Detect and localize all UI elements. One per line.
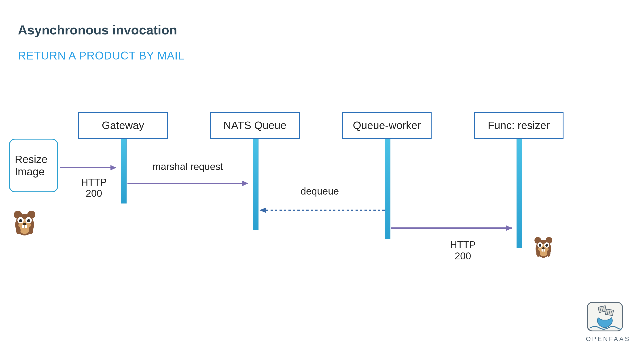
svg-marker-1 [110, 165, 116, 170]
slide: Asynchronous invocation RETURN A PRODUCT… [0, 0, 644, 356]
svg-point-19 [16, 226, 20, 234]
openfaas-logo: OPENFAAS [586, 301, 624, 342]
svg-point-15 [27, 219, 30, 222]
msg-marshal-request: marshal request [145, 161, 230, 172]
svg-point-28 [546, 244, 548, 247]
gopher-icon [11, 208, 38, 237]
msg-http-200-func: HTTP 200 [443, 239, 483, 262]
msg-dequeue: dequeue [291, 186, 349, 197]
svg-marker-3 [242, 181, 248, 186]
svg-point-20 [28, 226, 33, 234]
svg-marker-5 [260, 208, 266, 213]
openfaas-wordmark: OPENFAAS [586, 336, 624, 342]
svg-marker-7 [506, 226, 512, 231]
svg-point-33 [547, 250, 550, 257]
svg-point-14 [19, 219, 22, 222]
svg-point-27 [539, 244, 541, 247]
msg-http-200-gateway: HTTP 200 [74, 177, 114, 199]
logo-text-faas: FAAS [609, 336, 630, 342]
svg-point-16 [23, 223, 26, 225]
logo-text-open: OPEN [586, 336, 609, 342]
sequence-diagram: Gateway NATS Queue Queue-worker Func: re… [0, 0, 644, 356]
svg-point-32 [536, 250, 540, 257]
gopher-icon [532, 235, 554, 259]
svg-point-29 [542, 247, 545, 249]
whale-icon [586, 301, 624, 332]
